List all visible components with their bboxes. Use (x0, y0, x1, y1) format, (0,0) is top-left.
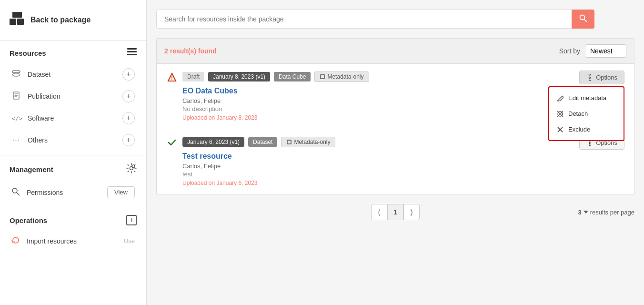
search-bar (156, 10, 594, 29)
dataset-label: Dataset (28, 71, 50, 78)
page-1-btn[interactable]: 1 (387, 204, 403, 220)
svg-point-30 (589, 144, 590, 145)
main-content: 2 result(s) found Sort by Newest ! (147, 0, 644, 305)
management-header: Management (10, 163, 137, 176)
results-number: 2 (164, 47, 168, 55)
resource-list: ! Draft January 8, 2023 (v1) Data Cube M… (156, 63, 634, 194)
resource-author-2: Carlos, Felipe (182, 163, 624, 170)
badge-draft: Draft (182, 72, 204, 81)
resource-uploaded-2: Uploaded on January 6, 2023 (182, 180, 624, 186)
sidebar: Back to package Resources (0, 0, 147, 305)
others-add-btn[interactable]: + (122, 134, 135, 146)
permissions-item: Permissions View (10, 182, 137, 203)
operations-plus-icon: + (126, 215, 137, 225)
package-icon (10, 12, 25, 28)
results-header: 2 result(s) found Sort by Newest (156, 38, 634, 63)
resources-icon (127, 48, 137, 58)
sort-area: Sort by Newest (559, 44, 626, 58)
svg-text:!: ! (171, 76, 172, 81)
import-use-btn: Use (124, 237, 135, 244)
options-btn-label-1: Options (596, 74, 617, 81)
svg-point-29 (589, 142, 590, 143)
sort-select[interactable]: Newest (585, 44, 626, 58)
next-page-btn[interactable]: ) (403, 204, 420, 220)
resources-section: Resources (0, 41, 146, 155)
operations-header: Operations + (10, 215, 137, 225)
results-count: 2 result(s) found (164, 47, 217, 55)
operations-title: Operations (10, 216, 47, 224)
resource-desc-2: test (182, 171, 624, 178)
svg-rect-0 (10, 19, 16, 25)
ok-status-icon (166, 137, 178, 148)
sidebar-item-dataset[interactable]: Dataset + (10, 63, 137, 85)
svg-point-12 (132, 165, 135, 168)
per-page-label: results per page (590, 209, 634, 216)
detach-label: Detach (568, 110, 588, 117)
resources-header: Resources (10, 48, 137, 58)
resource-title-2[interactable]: Test resource (182, 152, 624, 161)
options-dropdown-1: Edit metadata Detach (548, 86, 624, 141)
publication-label: Publication (28, 92, 60, 100)
svg-point-11 (130, 167, 133, 170)
dataset-add-btn[interactable]: + (122, 68, 135, 81)
import-label: Import resources (27, 237, 77, 245)
badge-meta-1: Metadata-only (314, 71, 369, 82)
exclude-label: Exclude (568, 126, 590, 133)
sidebar-item-publication[interactable]: Publication + (10, 85, 137, 107)
management-title: Management (10, 165, 53, 173)
per-page-count[interactable]: 3 (578, 209, 588, 216)
badge-date-2: January 6, 2023 (v1) (182, 137, 244, 147)
search-button[interactable] (572, 10, 594, 29)
back-label: Back to package (30, 16, 91, 24)
software-icon: </> (11, 115, 21, 122)
svg-rect-1 (17, 19, 24, 25)
detach-btn[interactable]: Detach (549, 106, 624, 122)
svg-rect-3 (127, 48, 137, 50)
options-area-1: Options Edit metadata (548, 71, 624, 141)
sidebar-item-software[interactable]: </> Software + (10, 107, 137, 129)
pagination: ( 1 ) 3 results per page (156, 204, 634, 220)
others-label: Others (28, 136, 48, 144)
badge-meta-2: Metadata-only (281, 137, 335, 147)
others-icon: ··· (11, 136, 21, 144)
badge-date-1: January 8, 2023 (v1) (208, 72, 270, 81)
badge-type-1: Data Cube (274, 72, 311, 81)
resources-title: Resources (10, 49, 46, 57)
publication-icon (11, 92, 21, 101)
svg-line-16 (584, 20, 587, 22)
permissions-view-btn[interactable]: View (107, 186, 135, 198)
management-gear-icon (126, 163, 137, 176)
per-page-number: 3 (578, 209, 582, 216)
draft-status-icon: ! (166, 71, 178, 83)
results-text: result(s) found (170, 47, 217, 55)
software-label: Software (28, 114, 54, 122)
badge-type-2: Dataset (248, 137, 277, 147)
permissions-key-icon (11, 187, 20, 197)
edit-metadata-label: Edit metadata (568, 94, 606, 102)
exclude-btn[interactable]: Exclude (549, 122, 624, 137)
import-resources-item: Import resources Use (10, 231, 137, 251)
dataset-icon (11, 70, 21, 79)
operations-section: Operations + Import resources Use (0, 207, 146, 254)
svg-rect-4 (127, 51, 137, 52)
edit-metadata-btn[interactable]: Edit metadata (549, 90, 624, 106)
management-section: Management (0, 155, 146, 207)
back-to-package-btn[interactable]: Back to package (0, 0, 146, 41)
per-page-area: 3 results per page (578, 209, 634, 216)
options-btn-1[interactable]: Options (579, 71, 624, 84)
svg-marker-31 (584, 211, 588, 214)
svg-line-14 (17, 193, 20, 196)
software-add-btn[interactable]: + (122, 112, 135, 124)
svg-point-6 (12, 70, 20, 72)
search-input[interactable] (156, 10, 572, 29)
prev-page-btn[interactable]: ( (371, 204, 387, 220)
permissions-label: Permissions (27, 189, 63, 196)
publication-add-btn[interactable]: + (122, 90, 135, 102)
sidebar-item-others[interactable]: ··· Others + (10, 129, 137, 151)
resource-card-eo-data-cubes: ! Draft January 8, 2023 (v1) Data Cube M… (157, 64, 634, 129)
svg-rect-5 (127, 54, 137, 55)
import-icon (11, 236, 20, 246)
svg-rect-2 (12, 12, 22, 18)
sort-label: Sort by (559, 47, 580, 55)
